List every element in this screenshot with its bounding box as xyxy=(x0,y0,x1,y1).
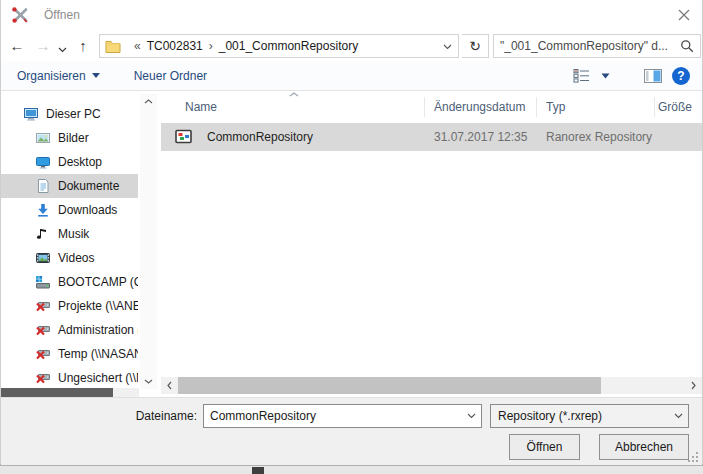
refresh-button[interactable]: ↻ xyxy=(462,34,489,58)
window-title: Öffnen xyxy=(44,8,80,22)
sidebar-item-label: Dokumente xyxy=(58,179,119,193)
sidebar-item-ungesichert[interactable]: Ungesichert (\\N xyxy=(1,366,138,390)
column-divider[interactable] xyxy=(424,97,425,117)
sidebar-item-videos[interactable]: Videos xyxy=(1,246,138,270)
sidebar-item-musik[interactable]: Musik xyxy=(1,222,138,246)
organize-dropdown-icon xyxy=(92,73,100,78)
list-horizontal-scrollbar[interactable] xyxy=(161,377,702,394)
close-icon xyxy=(678,9,690,21)
network-drive-disconnected-icon xyxy=(35,298,51,314)
repository-file-icon xyxy=(175,129,193,145)
sidebar-vertical-scrollbar[interactable] xyxy=(140,94,157,389)
sidebar-item-administration[interactable]: Administration ( xyxy=(1,318,138,342)
views-button[interactable] xyxy=(573,69,591,83)
sidebar-item-label: Projekte (\\ANEX xyxy=(58,299,138,313)
sidebar-scrollbar-thumb[interactable] xyxy=(1,388,113,397)
preview-pane-icon xyxy=(644,69,662,83)
computer-icon xyxy=(23,106,39,122)
filename-input[interactable] xyxy=(204,409,461,423)
column-header-type[interactable]: Typ xyxy=(546,92,565,122)
main-area: Dieser PC Bilder Desktop Dokumente xyxy=(1,92,702,397)
resize-grip[interactable] xyxy=(688,452,698,462)
sidebar-item-label: Bilder xyxy=(58,131,89,145)
back-icon: ← xyxy=(10,37,25,54)
preview-pane-button[interactable] xyxy=(644,69,662,83)
sidebar-item-label: Administration ( xyxy=(58,323,138,337)
sidebar-item-desktop[interactable]: Desktop xyxy=(1,150,138,174)
open-button[interactable]: Öffnen xyxy=(509,434,580,460)
views-dropdown-button[interactable] xyxy=(601,73,610,79)
file-name: CommonRepository xyxy=(207,130,313,144)
documents-icon xyxy=(35,178,51,194)
filetype-dropdown[interactable]: Repository (*.rxrep) xyxy=(490,404,689,428)
file-row[interactable]: CommonRepository 31.07.2017 12:35 Ranore… xyxy=(161,123,702,151)
filetype-dropdown-icon[interactable] xyxy=(668,413,688,419)
search-box[interactable]: "_001_CommonRepository" d... xyxy=(493,34,701,58)
recent-locations-button[interactable] xyxy=(55,38,69,62)
scroll-up-icon[interactable] xyxy=(140,94,157,109)
sidebar-item-label: Desktop xyxy=(58,155,102,169)
open-dialog: Öffnen ← → ↑ « TC002831 › xyxy=(0,0,703,465)
back-button[interactable]: ← xyxy=(7,33,27,57)
address-dropdown-button[interactable] xyxy=(443,44,452,50)
pictures-icon xyxy=(35,130,51,146)
sidebar-horizontal-scrollbar[interactable] xyxy=(1,388,139,397)
sidebar-item-projekte[interactable]: Projekte (\\ANEX xyxy=(1,294,138,318)
filename-dropdown-icon[interactable] xyxy=(461,413,481,419)
breadcrumb-chevrons[interactable]: « xyxy=(134,39,141,53)
close-button[interactable] xyxy=(672,4,696,26)
breadcrumb-current[interactable]: _001_CommonRepository xyxy=(219,39,358,53)
network-drive-disconnected-icon xyxy=(35,370,51,386)
navigation-bar: ← → ↑ « TC002831 › _001_CommonRepository… xyxy=(1,30,702,61)
column-divider[interactable] xyxy=(536,97,537,117)
column-header-modified[interactable]: Änderungsdatum xyxy=(434,92,525,122)
network-drive-disconnected-icon xyxy=(35,322,51,338)
column-divider[interactable] xyxy=(654,97,655,117)
search-icon xyxy=(680,39,694,53)
cancel-button[interactable]: Abbrechen xyxy=(599,434,689,460)
sidebar-item-label: BOOTCAMP (C:) xyxy=(58,275,138,289)
column-header-name[interactable]: Name xyxy=(185,92,217,122)
downloads-icon xyxy=(35,202,51,218)
sidebar-item-temp[interactable]: Temp (\\NASAN xyxy=(1,342,138,366)
music-icon xyxy=(35,226,51,242)
filename-combobox[interactable] xyxy=(203,404,482,428)
scroll-right-icon[interactable] xyxy=(685,377,702,394)
network-drive-disconnected-icon xyxy=(35,346,51,362)
column-header-size[interactable]: Größe xyxy=(658,92,692,122)
list-scrollbar-thumb[interactable] xyxy=(178,377,601,394)
help-icon: ? xyxy=(677,69,684,83)
search-input[interactable]: "_001_CommonRepository" d... xyxy=(500,39,680,53)
file-list: Name Änderungsdatum Typ Größe CommonRepo… xyxy=(161,92,702,397)
breadcrumb-parent[interactable]: TC002831 xyxy=(147,39,203,53)
filename-label: Dateiname: xyxy=(111,409,197,423)
breadcrumb-separator[interactable]: › xyxy=(209,39,213,53)
sidebar-item-dokumente[interactable]: Dokumente xyxy=(1,174,138,198)
sidebar-item-label: Dieser PC xyxy=(46,107,101,121)
forward-button[interactable]: → xyxy=(33,33,53,57)
desktop-icon xyxy=(35,154,51,170)
sidebar-item-bilder[interactable]: Bilder xyxy=(1,126,138,150)
new-folder-button[interactable]: Neuer Ordner xyxy=(134,69,207,83)
videos-icon xyxy=(35,250,51,266)
titlebar[interactable]: Öffnen xyxy=(1,0,702,30)
organize-button[interactable]: Organisieren xyxy=(17,69,100,83)
scroll-left-icon[interactable] xyxy=(161,377,178,394)
new-folder-label: Neuer Ordner xyxy=(134,69,207,83)
sidebar-item-dieser-pc[interactable]: Dieser PC xyxy=(1,102,138,126)
sidebar-item-bootcamp-drive[interactable]: BOOTCAMP (C:) xyxy=(1,270,138,294)
address-bar[interactable]: « TC002831 › _001_CommonRepository xyxy=(99,34,459,58)
up-icon: ↑ xyxy=(79,37,87,54)
sidebar-item-label: Videos xyxy=(58,251,94,265)
refresh-icon: ↻ xyxy=(469,38,481,54)
sidebar-item-label: Musik xyxy=(58,227,89,241)
up-button[interactable]: ↑ xyxy=(73,33,93,57)
sidebar-item-downloads[interactable]: Downloads xyxy=(1,198,138,222)
bootcamp-drive-icon xyxy=(35,274,51,290)
help-button[interactable]: ? xyxy=(672,67,690,85)
filetype-value: Repository (*.rxrep) xyxy=(491,409,668,423)
background-window-edge xyxy=(0,465,703,474)
scroll-down-icon[interactable] xyxy=(140,374,157,389)
sidebar-item-label: Temp (\\NASAN xyxy=(58,347,138,361)
chevron-down-icon xyxy=(58,47,67,53)
